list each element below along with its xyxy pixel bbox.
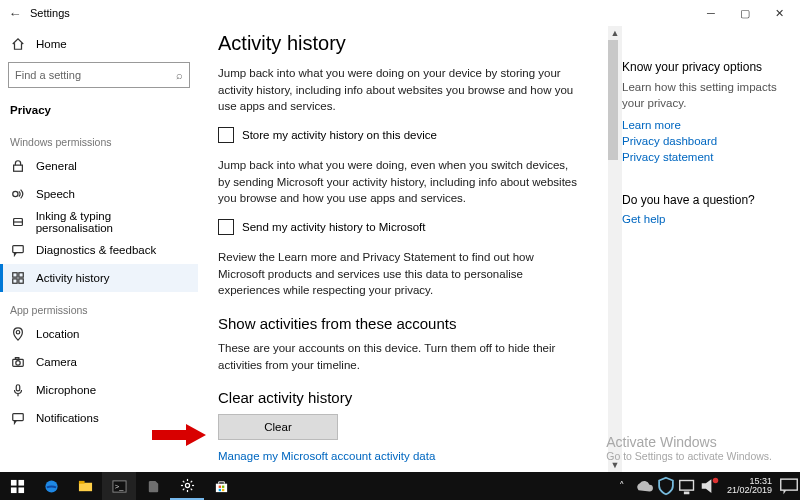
svg-rect-16 [10, 479, 16, 485]
taskbar-terminal[interactable]: >_ [102, 472, 136, 500]
svg-text:>_: >_ [114, 482, 123, 491]
sidebar-item-notifications[interactable]: Notifications [0, 404, 198, 432]
svg-rect-21 [78, 482, 91, 490]
svg-rect-40 [684, 492, 690, 495]
taskbar-settings[interactable] [170, 472, 204, 500]
sidebar-item-camera[interactable]: Camera [0, 348, 198, 376]
info-sidebar: Know your privacy options Learn how this… [622, 26, 800, 472]
privacy-options-text: Learn how this setting impacts your priv… [622, 80, 792, 111]
sidebar-item-general[interactable]: General [0, 152, 198, 180]
link-privacy-dashboard[interactable]: Privacy dashboard [622, 135, 792, 147]
sidebar-item-label: Activity history [36, 272, 110, 284]
page-title: Activity history [218, 32, 588, 55]
sidebar-home-label: Home [36, 38, 67, 50]
maximize-button[interactable]: ▢ [728, 0, 762, 26]
sidebar-item-label: Microphone [36, 384, 96, 396]
minimize-button[interactable]: ─ [694, 0, 728, 26]
svg-rect-0 [14, 165, 23, 171]
svg-rect-35 [218, 485, 220, 487]
tray-volume-icon[interactable] [699, 475, 721, 497]
clear-heading: Clear activity history [218, 389, 588, 406]
close-button[interactable]: ✕ [762, 0, 796, 26]
review-paragraph: Review the Learn more and Privacy Statem… [218, 249, 578, 299]
svg-point-1 [13, 191, 18, 196]
sidebar-item-speech[interactable]: Speech [0, 180, 198, 208]
sidebar-section-app-permissions: App permissions [0, 292, 198, 320]
scroll-up-arrow[interactable]: ▲ [608, 26, 622, 40]
microphone-icon [10, 382, 26, 398]
sidebar-item-label: Camera [36, 356, 77, 368]
sidebar-item-label: Location [36, 328, 79, 340]
window-title: Settings [30, 7, 70, 19]
tray-security-icon[interactable] [655, 475, 677, 497]
checkbox-icon [218, 219, 234, 235]
scroll-down-arrow[interactable]: ▼ [608, 458, 622, 472]
feedback-icon [10, 242, 26, 258]
send-paragraph: Jump back into what you were doing, even… [218, 157, 578, 207]
checkbox-send-to-microsoft[interactable]: Send my activity history to Microsoft [218, 219, 588, 235]
tray-chevron-up-icon[interactable]: ˄ [611, 480, 633, 493]
sidebar-home[interactable]: Home [0, 30, 198, 58]
sidebar-item-microphone[interactable]: Microphone [0, 376, 198, 404]
inking-icon [10, 214, 26, 230]
svg-rect-19 [18, 487, 24, 493]
svg-rect-18 [10, 487, 16, 493]
sidebar-category[interactable]: Privacy [0, 96, 198, 124]
clear-button-label: Clear [264, 421, 291, 433]
speech-icon [10, 186, 26, 202]
checkbox-label: Store my activity history on this device [242, 129, 437, 141]
start-button[interactable] [0, 472, 34, 500]
lock-icon [10, 158, 26, 174]
link-privacy-statement[interactable]: Privacy statement [622, 151, 792, 163]
titlebar: ← Settings ─ ▢ ✕ [0, 0, 800, 26]
sidebar-category-label: Privacy [10, 104, 51, 116]
link-get-help[interactable]: Get help [622, 213, 792, 225]
taskbar-store[interactable] [204, 472, 238, 500]
svg-point-9 [16, 331, 20, 335]
history-icon [10, 270, 26, 286]
scroll-thumb[interactable] [608, 40, 618, 160]
svg-rect-38 [221, 488, 223, 490]
svg-rect-36 [221, 485, 223, 487]
clear-button[interactable]: Clear [218, 414, 338, 440]
checkbox-icon [218, 127, 234, 143]
search-icon: ⌕ [176, 69, 183, 81]
sidebar-item-inking[interactable]: Inking & typing personalisation [0, 208, 198, 236]
notifications-icon [10, 410, 26, 426]
back-button[interactable]: ← [4, 6, 26, 21]
taskbar-file-explorer[interactable] [68, 472, 102, 500]
svg-rect-7 [13, 279, 17, 283]
taskbar-app-evernote[interactable] [136, 472, 170, 500]
search-input[interactable]: Find a setting ⌕ [8, 62, 190, 88]
system-tray[interactable]: ˄ 15:31 21/02/2019 [611, 472, 800, 500]
taskbar[interactable]: >_ ˄ 15:31 21/02/2019 [0, 472, 800, 500]
svg-line-31 [190, 488, 192, 490]
taskbar-clock[interactable]: 15:31 21/02/2019 [721, 477, 778, 496]
svg-rect-8 [19, 279, 23, 283]
accounts-heading: Show activities from these accounts [218, 315, 588, 332]
search-placeholder: Find a setting [15, 69, 81, 81]
tray-network-icon[interactable] [677, 475, 699, 497]
accounts-paragraph: These are your accounts on this device. … [218, 340, 578, 373]
tray-onedrive-icon[interactable] [633, 475, 655, 497]
svg-rect-37 [218, 488, 220, 490]
vertical-scrollbar[interactable]: ▲ ▼ [608, 26, 622, 472]
sidebar-item-activity-history[interactable]: Activity history [0, 264, 198, 292]
svg-point-11 [16, 361, 20, 365]
taskbar-edge[interactable] [34, 472, 68, 500]
link-learn-more[interactable]: Learn more [622, 119, 792, 131]
sidebar-item-diagnostics[interactable]: Diagnostics & feedback [0, 236, 198, 264]
svg-rect-39 [680, 481, 694, 491]
sidebar-section-windows-permissions: Windows permissions [0, 124, 198, 152]
manage-account-link[interactable]: Manage my Microsoft account activity dat… [218, 450, 588, 462]
checkbox-store-on-device[interactable]: Store my activity history on this device [218, 127, 588, 143]
clock-date: 21/02/2019 [727, 486, 772, 495]
tray-action-center-icon[interactable] [778, 475, 800, 497]
sidebar-item-label: Speech [36, 188, 75, 200]
svg-line-33 [190, 480, 192, 482]
content-pane: Activity history Jump back into what you… [198, 26, 622, 472]
sidebar-item-location[interactable]: Location [0, 320, 198, 348]
home-icon [10, 36, 26, 52]
svg-point-41 [713, 478, 719, 484]
sidebar-item-label: General [36, 160, 77, 172]
